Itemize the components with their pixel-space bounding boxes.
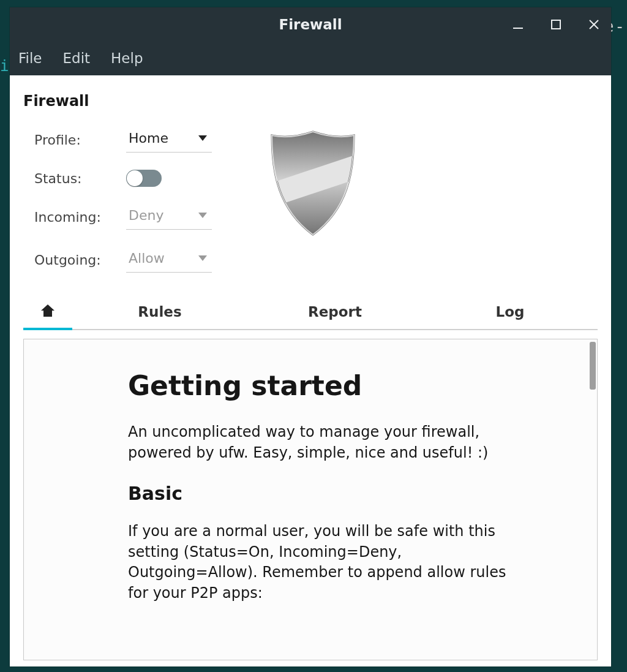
shield-icon	[267, 129, 359, 238]
menu-edit[interactable]: Edit	[63, 50, 91, 66]
panel-scrollbar[interactable]	[590, 342, 596, 390]
shield-image	[267, 127, 359, 241]
maximize-icon	[550, 19, 561, 30]
tab-log[interactable]: Log	[422, 295, 598, 329]
settings-row: Profile: Home Status: Incoming: Deny	[23, 127, 598, 273]
profile-dropdown[interactable]: Home	[126, 127, 212, 153]
maximize-button[interactable]	[545, 13, 567, 36]
outgoing-label: Outgoing:	[34, 252, 126, 268]
minimize-button[interactable]	[507, 13, 529, 36]
close-button[interactable]	[583, 13, 605, 36]
firewall-window: Firewall File Edit Help Firewall	[10, 7, 611, 666]
tab-rules[interactable]: Rules	[72, 295, 247, 329]
menu-help[interactable]: Help	[111, 50, 143, 66]
menu-file[interactable]: File	[18, 50, 42, 66]
svg-rect-1	[552, 20, 560, 29]
menubar: File Edit Help	[10, 41, 611, 75]
doc-subheading: Basic	[128, 483, 508, 504]
doc-heading: Getting started	[128, 370, 508, 401]
window-controls	[507, 7, 605, 41]
content-area: Firewall Profile: Home Status: Incoming:	[10, 75, 611, 666]
incoming-label: Incoming:	[34, 210, 126, 225]
doc-body: If you are a normal user, you will be sa…	[128, 521, 508, 603]
minimize-icon	[512, 18, 524, 31]
tab-report[interactable]: Report	[247, 295, 422, 329]
chevron-down-icon	[198, 255, 207, 261]
titlebar: Firewall	[10, 7, 611, 41]
doc-lead: An uncomplicated way to manage your fire…	[128, 422, 508, 463]
settings-grid: Profile: Home Status: Incoming: Deny	[34, 127, 224, 273]
getting-started-doc: Getting started An uncomplicated way to …	[128, 370, 508, 604]
tab-home[interactable]	[23, 295, 72, 329]
outgoing-value: Allow	[129, 251, 165, 266]
profile-label: Profile:	[34, 132, 126, 148]
background-text-left: i	[0, 58, 9, 75]
incoming-dropdown: Deny	[126, 204, 212, 230]
incoming-value: Deny	[129, 208, 163, 223]
close-icon	[588, 18, 600, 31]
content-panel: Getting started An uncomplicated way to …	[23, 339, 598, 660]
chevron-down-icon	[198, 213, 207, 218]
page-title: Firewall	[23, 92, 598, 110]
window-title: Firewall	[279, 17, 342, 32]
status-label: Status:	[34, 171, 126, 186]
profile-value: Home	[129, 130, 168, 146]
status-toggle[interactable]	[126, 170, 162, 187]
chevron-down-icon	[198, 135, 207, 141]
toggle-knob	[127, 170, 143, 186]
outgoing-dropdown: Allow	[126, 247, 212, 273]
home-icon	[40, 303, 56, 321]
tab-bar: Rules Report Log	[23, 295, 598, 330]
